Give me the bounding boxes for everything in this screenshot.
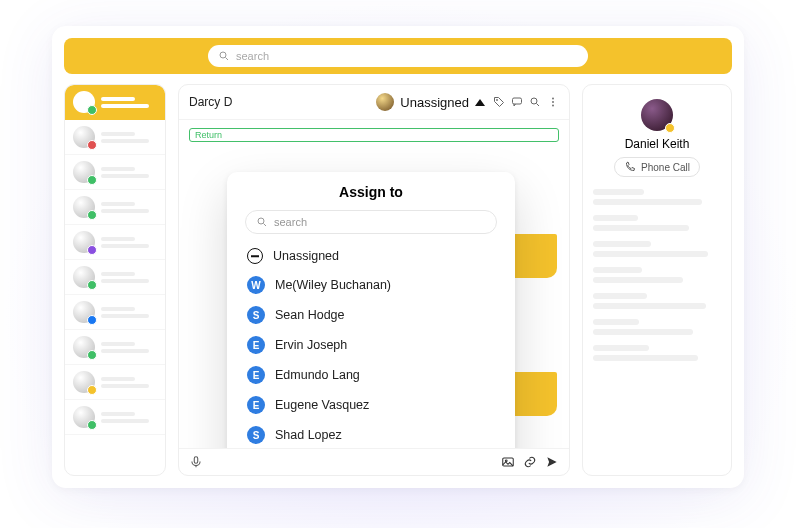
assign-option-label: Edmundo Lang [275, 368, 360, 382]
assign-option-label: Sean Hodge [275, 308, 345, 322]
user-avatar: S [247, 306, 265, 324]
phone-call-button[interactable]: Phone Call [614, 157, 700, 177]
preview-lines [101, 132, 157, 143]
user-avatar: E [247, 336, 265, 354]
conversation-item[interactable] [65, 295, 165, 330]
more-icon[interactable] [547, 96, 559, 108]
svg-point-8 [552, 105, 554, 107]
contact-details-panel: Daniel Keith Phone Call [582, 84, 732, 476]
popover-title: Assign to [227, 184, 515, 200]
avatar [73, 196, 95, 218]
comment-icon[interactable] [511, 96, 523, 108]
svg-point-2 [496, 99, 497, 100]
conversation-item[interactable] [65, 260, 165, 295]
assign-option-label: Me(Wiley Buchanan) [275, 278, 391, 292]
avatar [73, 406, 95, 428]
channel-badge-icon [87, 245, 97, 255]
preview-lines [101, 377, 157, 388]
mic-icon[interactable] [189, 455, 203, 469]
channel-badge-icon [87, 105, 97, 115]
app-frame: search Darcy D Unassigned [52, 26, 744, 488]
conversation-item[interactable] [65, 155, 165, 190]
status-chip: Return [189, 128, 559, 142]
channel-badge-icon [87, 210, 97, 220]
channel-badge-icon [87, 420, 97, 430]
avatar [73, 126, 95, 148]
global-search-input[interactable]: search [208, 45, 588, 67]
assign-option-user[interactable]: EEdmundo Lang [227, 360, 515, 390]
avatar [73, 336, 95, 358]
preview-lines [101, 237, 157, 248]
unassigned-icon [247, 248, 263, 264]
contact-name: Darcy D [189, 95, 232, 109]
topbar: search [64, 38, 732, 74]
svg-line-5 [537, 104, 540, 107]
conversation-item[interactable] [65, 400, 165, 435]
preview-lines [101, 97, 157, 108]
detail-skeletons [593, 189, 721, 361]
assignee-avatar [376, 93, 394, 111]
assign-option-user[interactable]: SSean Hodge [227, 300, 515, 330]
conversation-item[interactable] [65, 190, 165, 225]
preview-lines [101, 412, 157, 423]
conversation-header: Darcy D Unassigned [179, 85, 569, 120]
avatar [73, 231, 95, 253]
conversation-item[interactable] [65, 85, 165, 120]
assign-search-input[interactable]: search [245, 210, 497, 234]
channel-badge-icon [87, 315, 97, 325]
svg-rect-3 [513, 98, 522, 104]
assign-search-placeholder: search [274, 216, 307, 228]
chevron-up-icon [475, 99, 485, 106]
avatar [73, 91, 95, 113]
preview-lines [101, 272, 157, 283]
conversation-item[interactable] [65, 330, 165, 365]
search-icon [218, 50, 230, 62]
send-icon[interactable] [545, 455, 559, 469]
preview-lines [101, 342, 157, 353]
link-icon[interactable] [523, 455, 537, 469]
contact-detail-name: Daniel Keith [625, 137, 690, 151]
conversation-panel: Darcy D Unassigned Return [178, 84, 570, 476]
preview-lines [101, 167, 157, 178]
assignee-label: Unassigned [400, 95, 469, 110]
assign-option-unassigned[interactable]: Unassigned [227, 242, 515, 270]
image-icon[interactable] [501, 455, 515, 469]
avatar [73, 161, 95, 183]
preview-lines [101, 307, 157, 318]
search-icon[interactable] [529, 96, 541, 108]
assign-option-user[interactable]: SShad Lopez [227, 420, 515, 448]
user-avatar: E [247, 396, 265, 414]
channel-badge-icon [87, 350, 97, 360]
assign-option-user[interactable]: EErvin Joseph [227, 330, 515, 360]
conversation-item[interactable] [65, 365, 165, 400]
svg-point-7 [552, 101, 554, 103]
assignee-dropdown[interactable]: Unassigned [376, 93, 485, 111]
preview-lines [101, 202, 157, 213]
assign-option-label: Unassigned [273, 249, 339, 263]
search-placeholder: search [236, 50, 269, 62]
user-avatar: E [247, 366, 265, 384]
presence-dot [665, 123, 675, 133]
svg-rect-11 [194, 457, 198, 463]
conversation-item[interactable] [65, 225, 165, 260]
channel-badge-icon [87, 140, 97, 150]
svg-point-6 [552, 98, 554, 100]
tag-icon[interactable] [493, 96, 505, 108]
assign-option-label: Shad Lopez [275, 428, 342, 442]
channel-badge-icon [87, 385, 97, 395]
assign-option-user[interactable]: WMe(Wiley Buchanan) [227, 270, 515, 300]
message-composer[interactable] [179, 448, 569, 475]
conversation-list [64, 84, 166, 476]
channel-badge-icon [87, 175, 97, 185]
avatar [73, 371, 95, 393]
svg-point-4 [531, 98, 537, 104]
chat-body: Assign to search UnassignedWMe(Wiley Buc… [179, 142, 569, 448]
conversation-item[interactable] [65, 120, 165, 155]
channel-badge-icon [87, 280, 97, 290]
svg-line-10 [264, 224, 267, 227]
avatar [73, 301, 95, 323]
assign-option-label: Eugene Vasquez [275, 398, 369, 412]
svg-line-1 [226, 58, 229, 61]
svg-point-0 [220, 52, 226, 58]
assign-option-user[interactable]: EEugene Vasquez [227, 390, 515, 420]
